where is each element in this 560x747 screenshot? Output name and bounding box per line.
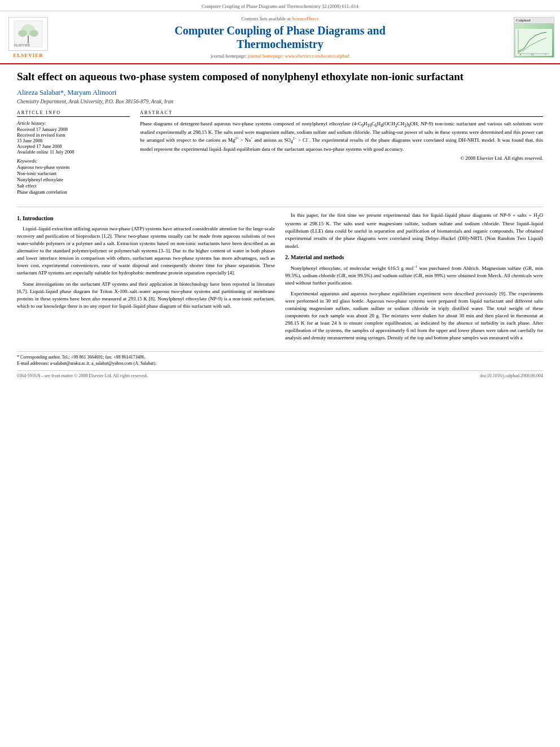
footnote-email: E-mail addresses: a-salabat@araku.ac.ir,… [17,361,543,366]
body-content: 1. Introduction Liquid–liquid extraction… [17,212,543,346]
keyword-5: Phase diagram correlation [17,189,130,195]
footnote-area: * Corresponding author. Tel.: +98 861 36… [17,351,543,366]
elsevier-text: ELSEVIER [13,53,43,58]
elsevier-emblem: ELSEVIER [8,17,48,51]
abstract-col: ABSTRACT Phase diagrams of detergent-bas… [140,110,543,198]
body-left-col: 1. Introduction Liquid–liquid extraction… [17,212,275,346]
these-word: these [40,296,51,302]
main-content: Salt effect on aqueous two-phase system … [0,64,560,387]
svg-point-4 [29,30,38,37]
journal-title: Computer Coupling of Phase Diagrams and … [55,24,505,51]
article-history: Article history: Received 17 January 200… [17,120,130,155]
journal-homepage: journal homepage: journal homepage: www.… [55,53,505,59]
keyword-2: Non-ionic surfactant [17,171,130,176]
affiliation: Chemistry Department, Arak University, P… [17,99,543,104]
calphad-graphic: 0 0.5 1 [514,24,554,57]
authors: Alireza Salabat*, Maryam Alinoori [17,89,543,97]
received-date: Received 17 January 2008 [17,126,130,132]
calphad-logo: Calphad 0 0.5 1 [509,17,554,58]
elsevier-logo: ELSEVIER ELSEVIER [6,17,51,58]
right-para3: Experimental apparatus and aqueous two-p… [285,290,543,342]
journal-center: Contents lists available at ScienceDirec… [55,16,505,59]
keywords-label: Keywords: [17,158,130,164]
bottom-bar: 0364-5916/$ – see front matter © 2008 El… [17,370,543,378]
section2-title-text: Material and methods [291,254,344,260]
divider [17,207,543,207]
article-info-abstract: ARTICLE INFO Article history: Received 1… [17,110,543,198]
intro-para2: Some investigations on the surfactant AT… [17,281,275,310]
abstract-header: ABSTRACT [140,110,543,117]
available-online: Available online 11 July 2008 [17,149,130,155]
journal-header: ELSEVIER ELSEVIER Contents lists availab… [0,11,560,64]
intro-title-text: Introduction [23,215,53,221]
sciencedirect-link[interactable]: ScienceDirect [292,16,319,21]
issn-text: 0364-5916/$ – see front matter © 2008 El… [17,373,148,378]
doi-text: doi:10.1016/j.calphad.2008.06.004 [480,373,543,378]
section2-number: 2. [285,254,290,260]
footnote-corr-author: * Corresponding author. Tel.: +98 861 36… [17,355,543,360]
paper-title: Salt effect on aqueous two-phase system … [17,70,543,84]
section2-title: 2. Material and methods [285,254,543,262]
calphad-box: Calphad 0 0.5 1 [514,17,554,58]
right-para2: Nonylphenyl ethoxylate, of molecular wei… [285,264,543,287]
intro-number: 1. [17,215,21,221]
journal-url[interactable]: journal homepage: www.elsevier.com/locat… [248,53,349,59]
keywords-group: Keywords: Aqueous two-phase system Non-i… [17,158,130,195]
abstract-text: Phase diagrams of detergent-based aqueou… [140,120,543,153]
journal-citation-text: Computer Coupling of Phase Diagrams and … [202,3,358,9]
svg-text:1: 1 [545,53,546,56]
keywords-list: Aqueous two-phase system Non-ionic surfa… [17,164,130,195]
sciencedirect-line: Contents lists available at ScienceDirec… [55,16,505,21]
intro-title: 1. Introduction [17,215,275,223]
history-label: Article history: [17,120,130,126]
journal-citation: Computer Coupling of Phase Diagrams and … [0,0,560,11]
svg-point-3 [18,30,27,37]
svg-rect-6 [515,29,552,56]
keyword-3: Nonylphenyl ethoxylate [17,177,130,182]
keyword-1: Aqueous two-phase system [17,164,130,170]
body-right-col: In this paper, for the first time we pre… [285,212,543,346]
accepted-date: Accepted 17 June 2008 [17,143,130,149]
intro-para1: Liquid–liquid extraction utilizing aqueo… [17,225,275,277]
copyright: © 2008 Elsevier Ltd. All rights reserved… [140,155,543,161]
keyword-4: Salt effect [17,183,130,189]
right-para1: In this paper, for the first time we pre… [285,212,543,250]
article-info-col: ARTICLE INFO Article history: Received 1… [17,110,130,198]
received-revised-label: Received in revised form [17,132,130,138]
svg-text:ELSEVIER: ELSEVIER [14,43,30,47]
svg-text:0.5: 0.5 [531,53,534,56]
received-revised-date: 15 June 2008 [17,138,130,143]
authors-text: Alireza Salabat*, Maryam Alinoori [17,89,116,97]
svg-text:0: 0 [520,53,521,56]
article-info-header: ARTICLE INFO [17,110,130,117]
calphad-title: Calphad [514,18,554,24]
page: Computer Coupling of Phase Diagrams and … [0,0,560,747]
